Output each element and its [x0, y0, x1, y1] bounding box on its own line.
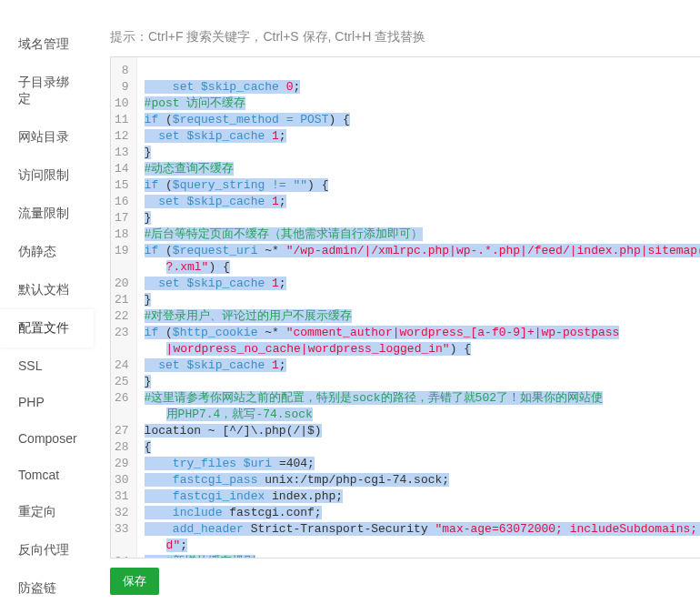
code-line[interactable]: #动态查询不缓存	[145, 161, 700, 177]
code-line[interactable]: fastcgi_pass unix:/tmp/php-cgi-74.sock;	[145, 472, 700, 488]
code-line[interactable]: set $skip_cache 1;	[145, 128, 700, 145]
line-gutter: 8910111213141516171819 20212223 242526 2…	[111, 57, 137, 558]
code-line[interactable]: #这里请参考你网站之前的配置，特别是sock的路径，弄错了就502了！如果你的网…	[145, 390, 700, 407]
sidebar-item[interactable]: 网站目录	[0, 118, 94, 156]
code-line[interactable]: location ~ [^/]\.php(/|$)	[145, 423, 700, 439]
sidebar-item[interactable]: SSL	[0, 347, 94, 384]
code-area[interactable]: set $skip_cache 0;#post 访问不缓存if ($reques…	[137, 57, 700, 558]
code-line[interactable]: d";	[145, 538, 700, 554]
code-line[interactable]: if ($http_cookie ~* "comment_author|word…	[145, 325, 700, 341]
sidebar-item[interactable]: 重定向	[0, 493, 94, 531]
code-line[interactable]: #后台等特定页面不缓存（其他需求请自行添加即可）	[145, 226, 700, 243]
sidebar-item[interactable]: 访问限制	[0, 156, 94, 195]
code-line[interactable]: set $skip_cache 1;	[145, 276, 700, 292]
code-line[interactable]: #新增的缓存规则	[145, 554, 700, 559]
code-line[interactable]: }	[145, 145, 700, 161]
code-line[interactable]: #post 访问不缓存	[145, 96, 700, 112]
code-line[interactable]: set $skip_cache 1;	[145, 357, 700, 374]
code-line[interactable]: add_header Strict-Transport-Security "ma…	[145, 521, 700, 538]
code-line[interactable]: set $skip_cache 1;	[145, 194, 700, 210]
code-editor[interactable]: 8910111213141516171819 20212223 242526 2…	[110, 56, 700, 559]
sidebar-item[interactable]: Tomcat	[0, 457, 94, 493]
code-line[interactable]: }	[145, 210, 700, 226]
code-line[interactable]: include fastcgi.conf;	[145, 505, 700, 521]
code-line[interactable]: 用PHP7.4，就写-74.sock	[145, 407, 700, 423]
code-line[interactable]: }	[145, 374, 700, 390]
sidebar: 域名管理子目录绑定网站目录访问限制流量限制伪静态默认文档配置文件SSLPHPCo…	[0, 0, 94, 604]
sidebar-item[interactable]: 防盗链	[0, 569, 94, 604]
sidebar-item[interactable]: Composer	[0, 420, 94, 457]
code-line[interactable]: try_files $uri =404;	[145, 456, 700, 472]
sidebar-item[interactable]: PHP	[0, 384, 94, 420]
code-line[interactable]: }	[145, 292, 700, 308]
hint-text: 提示：Ctrl+F 搜索关键字，Ctrl+S 保存, Ctrl+H 查找替换	[94, 25, 700, 56]
main-panel: 提示：Ctrl+F 搜索关键字，Ctrl+S 保存, Ctrl+H 查找替换 8…	[94, 0, 700, 604]
code-line[interactable]	[145, 63, 700, 79]
code-line[interactable]: if ($query_string != "") {	[145, 177, 700, 194]
code-line[interactable]: |wordpress_no_cache|wordpress_logged_in"…	[145, 341, 700, 357]
sidebar-item[interactable]: 配置文件	[0, 309, 94, 347]
save-button[interactable]: 保存	[110, 568, 159, 595]
sidebar-item[interactable]: 流量限制	[0, 195, 94, 233]
code-line[interactable]: fastcgi_index index.php;	[145, 488, 700, 505]
sidebar-item[interactable]: 反向代理	[0, 531, 94, 569]
sidebar-item[interactable]: 子目录绑定	[0, 64, 94, 118]
sidebar-item[interactable]: 域名管理	[0, 25, 94, 64]
code-line[interactable]: if ($request_method = POST) {	[145, 112, 700, 128]
code-line[interactable]: ?.xml") {	[145, 259, 700, 276]
sidebar-item[interactable]: 默认文档	[0, 271, 94, 309]
code-line[interactable]: if ($request_uri ~* "/wp-admin/|/xmlrpc.…	[145, 243, 700, 259]
sidebar-item[interactable]: 伪静态	[0, 233, 94, 271]
code-line[interactable]: {	[145, 439, 700, 456]
code-line[interactable]: set $skip_cache 0;	[145, 79, 700, 96]
code-line[interactable]: #对登录用户、评论过的用户不展示缓存	[145, 308, 700, 325]
